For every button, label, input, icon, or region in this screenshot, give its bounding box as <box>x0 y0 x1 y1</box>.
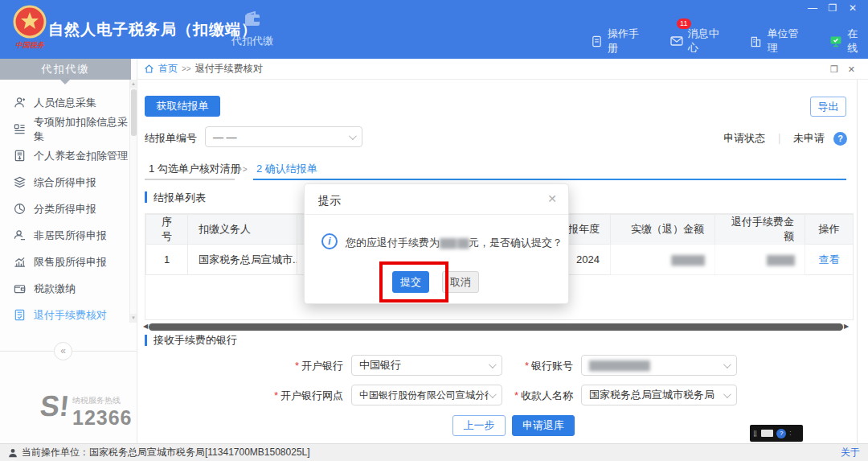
step-2-underline <box>253 179 846 180</box>
cell-seq: 1 <box>146 245 188 275</box>
unit-management-button[interactable]: 单位管理 <box>750 27 809 56</box>
cell-fee-amount-masked: █████ <box>715 245 805 275</box>
scroll-right-icon[interactable]: ▶ <box>843 323 850 331</box>
breadcrumb-current: 退付手续费核对 <box>195 62 263 76</box>
close-button[interactable]: ✕ <box>846 2 859 14</box>
statement-no-label: 结报单编号 <box>145 131 197 146</box>
submit-button[interactable]: 提交 <box>392 271 429 293</box>
ime-menu-icon[interactable]: ⁚ <box>789 430 792 437</box>
step-1-tab[interactable]: 1 勾选单户核对清册 <box>149 162 241 176</box>
payee-select[interactable]: 国家税务总局宣城市税务局 <box>581 385 737 405</box>
online-status[interactable]: 在线 <box>829 27 868 56</box>
cell-paid-amount-masked: ██████ <box>611 245 715 275</box>
status-bar: 当前操作单位：国家税务总局宣城市税务局[11341700MB1508025L] … <box>0 443 868 461</box>
bank-section-title: 接收手续费的银行 <box>154 333 237 348</box>
ime-grid-icon: ⣿ <box>753 430 758 437</box>
step-2-tab[interactable]: 2 确认结报单 <box>256 162 317 176</box>
app-title: 自然人电子税务局（扣缴端） <box>48 19 257 40</box>
step-1-underline <box>145 179 235 180</box>
cell-agent: 国家税务总局宣城市... <box>188 245 297 275</box>
panel-maximize-button[interactable]: ❒ <box>830 64 838 75</box>
mail-icon <box>670 35 683 47</box>
sidebar-item-restricted-stock[interactable]: 限售股所得申报 <box>0 249 129 275</box>
hscrollbar-thumb[interactable] <box>149 323 843 331</box>
manual-label: 操作手册 <box>608 27 649 56</box>
sidebar-item-personnel-info[interactable]: 人员信息采集 <box>0 89 129 116</box>
statement-no-value: — — <box>213 131 237 143</box>
national-emblem-icon <box>13 5 47 39</box>
id-list-icon <box>14 123 26 135</box>
status-divider: ｜ <box>774 131 784 146</box>
sidebar-header: 代扣代缴 <box>0 59 131 80</box>
doc-download-icon <box>14 150 26 162</box>
sidebar-item-special-deduction[interactable]: 专项附加扣除信息采集 <box>0 116 129 142</box>
previous-step-button[interactable]: 上一步 <box>452 415 506 436</box>
sidebar-item-classified-income[interactable]: 分类所得申报 <box>0 196 129 222</box>
cancel-button[interactable]: 取消 <box>442 271 479 293</box>
scroll-down-icon[interactable]: ▼ <box>130 314 137 323</box>
info-icon: i <box>321 233 338 249</box>
breadcrumb-home[interactable]: 首页 <box>158 62 178 76</box>
account-select[interactable]: ███████████ <box>581 355 737 376</box>
sidebar-item-comprehensive-income[interactable]: 综合所得申报 <box>0 169 129 196</box>
hotline-number: 12366 <box>72 406 133 430</box>
account-value-masked: ███████████ <box>589 360 649 370</box>
person-line-icon <box>14 229 26 241</box>
unit-management-label: 单位管理 <box>767 27 809 56</box>
sidebar-item-nonresident-income[interactable]: 非居民所得申报 <box>0 222 129 249</box>
export-button[interactable]: 导出 <box>810 97 846 117</box>
help-icon[interactable]: ? <box>833 132 847 146</box>
monitor-check-icon <box>829 35 842 47</box>
branch-label: *开户银行网点 <box>225 389 343 403</box>
restore-button[interactable]: ❐ <box>826 2 839 14</box>
scroll-left-icon[interactable]: ◀ <box>142 323 149 331</box>
col-paid-amount: 实缴（退）金额 <box>611 215 715 245</box>
bank-label: *开户银行 <box>225 359 343 373</box>
sidebar-collapse-button[interactable]: « <box>54 342 72 360</box>
sidebar-item-label: 非居民所得申报 <box>34 228 107 243</box>
fee-amount-masked: ███ ██ <box>440 238 469 248</box>
col-agent: 扣缴义务人 <box>188 215 297 245</box>
keyboard-icon[interactable] <box>761 430 773 437</box>
scrollbar-thumb[interactable] <box>131 89 137 136</box>
tab-withholding[interactable]: 代扣代缴 <box>228 11 276 48</box>
ime-help-icon[interactable]: ? <box>776 429 786 438</box>
statement-no-select[interactable]: — — <box>205 126 362 147</box>
minimize-button[interactable]: — <box>806 2 819 14</box>
breadcrumb: 首页 >> 退付手续费核对 ❒ ✕ <box>137 59 868 80</box>
sidebar-item-refund-fee-check[interactable]: 退付手续费核对 <box>0 302 129 328</box>
message-center-button[interactable]: 11 消息中心 <box>670 27 730 56</box>
doc-check-icon <box>14 309 26 321</box>
panel-edge-divider <box>857 80 858 443</box>
sidebar-header-pointer <box>59 79 71 84</box>
chevron-down-icon <box>723 390 731 398</box>
sidebar-scrollbar[interactable]: ▲ ▼ <box>129 80 137 323</box>
sidebar-item-tax-payment[interactable]: 税款缴纳 <box>0 275 129 302</box>
col-action: 操作 <box>805 215 854 245</box>
message-badge: 11 <box>677 19 691 29</box>
status-value: 未申请 <box>793 131 825 146</box>
panel-close-button[interactable]: ✕ <box>848 64 855 75</box>
scroll-up-icon[interactable]: ▲ <box>130 80 137 88</box>
about-link[interactable]: 关于 <box>841 446 860 459</box>
payee-label: *收款人名称 <box>459 389 573 403</box>
building-icon <box>750 35 762 47</box>
sidebar-item-label: 专项附加扣除信息采集 <box>34 115 129 144</box>
sidebar-item-pension-deduction[interactable]: 个人养老金扣除管理 <box>0 142 129 169</box>
dialog-divider <box>305 214 568 215</box>
ime-toolbar[interactable]: ⣿ ? ⁚ <box>750 425 803 442</box>
dialog-close-icon[interactable]: ✕ <box>547 192 557 205</box>
bar-chart-icon <box>14 256 26 268</box>
manual-button[interactable]: 操作手册 <box>591 27 649 56</box>
app-header: 中国税务 自然人电子税务局（扣缴端） 代扣代缴 操作手册 11 <box>0 0 868 59</box>
breadcrumb-separator: >> <box>182 64 191 73</box>
application-status: 申请状态 ｜ 未申请 ? <box>723 131 847 146</box>
col-seq: 序号 <box>146 215 188 245</box>
payee-value: 国家税务总局宣城市税务局 <box>589 388 714 402</box>
horizontal-scrollbar[interactable]: ◀ ▶ <box>142 323 850 331</box>
view-link[interactable]: 查看 <box>819 253 840 265</box>
apply-refund-button[interactable]: 申请退库 <box>512 415 575 436</box>
fetch-statement-button[interactable]: 获取结报单 <box>145 96 220 117</box>
status-label: 申请状态 <box>723 131 765 146</box>
panel-controls: ❒ ✕ <box>830 59 855 80</box>
